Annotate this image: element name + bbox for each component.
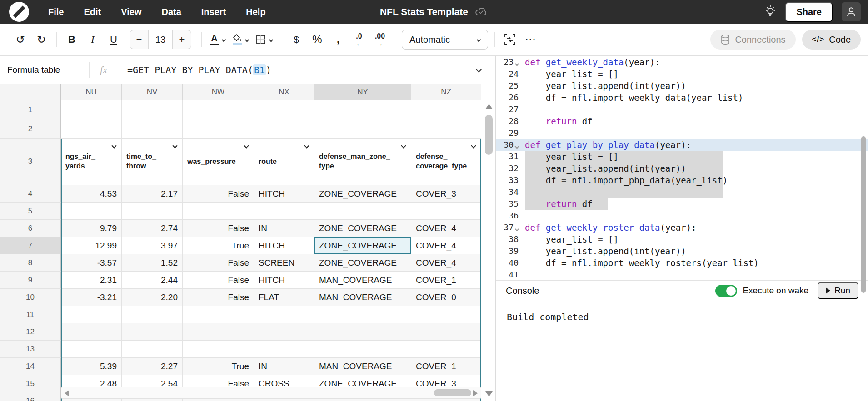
cell-NX2[interactable] <box>254 119 314 139</box>
cell-NY4[interactable]: ZONE_COVERAGE <box>314 185 411 203</box>
row-header-1[interactable]: 1 <box>0 100 61 119</box>
cell-NU14[interactable]: 5.39 <box>61 358 122 375</box>
text-color-dropdown-icon[interactable] <box>222 37 226 42</box>
table-column-header-was_pressure[interactable]: was_​pressure <box>183 139 254 185</box>
cell-NV6[interactable]: 2.74 <box>122 220 183 237</box>
code-scrollbar-thumb[interactable] <box>861 136 866 293</box>
cell-NU4[interactable]: 4.53 <box>61 185 122 203</box>
row-header-5[interactable]: 5 <box>0 203 61 220</box>
vertical-scrollbar-thumb[interactable] <box>485 115 493 155</box>
code-editor[interactable]: 23def get_weekly_data(year):24 year_list… <box>496 56 868 280</box>
row-header-8[interactable]: 8 <box>0 254 61 272</box>
column-header-ny[interactable]: NY <box>314 84 411 100</box>
column-header-nu[interactable]: NU <box>61 84 122 100</box>
column-header-nw[interactable]: NW <box>183 84 254 100</box>
cell-NZ12[interactable] <box>411 323 481 341</box>
column-header-nx[interactable]: NX <box>254 84 314 100</box>
menu-data[interactable]: Data <box>161 7 181 17</box>
increase-decimals-button[interactable]: .00→ <box>369 30 390 49</box>
cell-NX11[interactable] <box>254 306 314 323</box>
run-button[interactable]: Run <box>818 282 858 299</box>
underline-button[interactable]: U <box>103 30 124 49</box>
menu-view[interactable]: View <box>121 7 141 17</box>
font-size-decrease-button[interactable]: − <box>130 34 148 45</box>
fill-color-dropdown-icon[interactable] <box>245 37 249 42</box>
cell-NW9[interactable]: False <box>183 272 254 289</box>
code-line-29[interactable]: 29 <box>496 127 868 139</box>
code-line-24[interactable]: 24 year_list = [] <box>496 68 868 80</box>
cell-NZ13[interactable] <box>411 341 481 358</box>
comma-format-button[interactable]: , <box>328 30 349 49</box>
formula-input[interactable]: =GET_PLAY_BY_PLAY_DATA(B1) <box>118 64 271 75</box>
cell-NU9[interactable]: 2.31 <box>61 272 122 289</box>
code-line-36[interactable]: 36 <box>496 210 868 222</box>
cell-NV9[interactable]: 2.44 <box>122 272 183 289</box>
cell-NX13[interactable] <box>254 341 314 358</box>
cell-NX6[interactable]: IN <box>254 220 314 237</box>
cell-NZ14[interactable]: COVER_1 <box>411 358 481 375</box>
code-line-30[interactable]: 30def get_play_by_play_data(year): <box>496 139 868 151</box>
row-header-16[interactable]: 16 <box>0 392 61 401</box>
cell-NY1[interactable] <box>314 100 411 119</box>
column-dropdown-icon[interactable] <box>244 143 249 148</box>
table-column-header-route[interactable]: route <box>254 139 314 185</box>
cell-NZ9[interactable]: COVER_1 <box>411 272 481 289</box>
code-line-23[interactable]: 23def get_weekly_data(year): <box>496 56 868 68</box>
row-header-12[interactable]: 12 <box>0 323 61 341</box>
cell-NW11[interactable] <box>183 306 254 323</box>
cell-NZ4[interactable]: COVER_3 <box>411 185 481 203</box>
row-header-13[interactable]: 13 <box>0 341 61 358</box>
code-line-34[interactable]: 34 <box>496 186 868 198</box>
menu-insert[interactable]: Insert <box>201 7 226 17</box>
number-format-select[interactable]: Automatic <box>402 30 488 50</box>
font-size-value[interactable]: 13 <box>148 30 173 49</box>
code-line-26[interactable]: 26 df = nfl.import_weekly_data(year_list… <box>496 92 868 104</box>
cell-NY11[interactable] <box>314 306 411 323</box>
row-header-14[interactable]: 14 <box>0 358 61 375</box>
cell-NW14[interactable]: True <box>183 358 254 375</box>
percent-format-button[interactable]: % <box>307 30 328 49</box>
cell-NX4[interactable]: HITCH <box>254 185 314 203</box>
cell-NU8[interactable]: -3.57 <box>61 254 122 272</box>
column-dropdown-icon[interactable] <box>471 143 476 148</box>
file-title[interactable]: NFL Stats Template <box>380 6 468 17</box>
code-line-33[interactable]: 33 df = nfl.import_pbp_data(year_list) <box>496 174 868 186</box>
user-avatar[interactable] <box>842 2 861 21</box>
scroll-down-arrow[interactable] <box>485 391 493 396</box>
scroll-right-arrow[interactable] <box>473 390 478 396</box>
code-line-38[interactable]: 38 year_list = [] <box>496 233 868 245</box>
cell-NW6[interactable]: False <box>183 220 254 237</box>
code-panel-button[interactable]: </> Code <box>802 30 861 50</box>
cell-NY10[interactable]: MAN_COVERAGE <box>314 289 411 306</box>
horizontal-scrollbar-thumb[interactable] <box>434 389 471 396</box>
fold-chevron-icon[interactable] <box>515 62 519 66</box>
cell-NY8[interactable]: ZONE_COVERAGE <box>314 254 411 272</box>
cell-NX5[interactable] <box>254 203 314 220</box>
cell-NX14[interactable]: IN <box>254 358 314 375</box>
connections-button[interactable]: Connections <box>710 30 795 50</box>
cell-NW5[interactable] <box>183 203 254 220</box>
cell-NZ8[interactable]: COVER_4 <box>411 254 481 272</box>
table-column-header-ngs_air_yards[interactable]: ngs_​air_​yards <box>61 139 122 185</box>
scroll-left-arrow[interactable] <box>65 390 69 396</box>
cell-NV8[interactable]: 1.52 <box>122 254 183 272</box>
borders-dropdown-icon[interactable] <box>269 37 274 42</box>
cell-NY7[interactable]: ZONE_COVERAGE <box>314 237 411 254</box>
cell-NX7[interactable]: HITCH <box>254 237 314 254</box>
italic-button[interactable]: I <box>82 30 103 49</box>
cell-NV13[interactable] <box>122 341 183 358</box>
table-column-header-time_to_throw[interactable]: time_​to_​throw <box>122 139 183 185</box>
cell-NY6[interactable]: ZONE_COVERAGE <box>314 220 411 237</box>
code-line-28[interactable]: 28 return df <box>496 115 868 127</box>
row-header-4[interactable]: 4 <box>0 185 61 203</box>
cell-NW2[interactable] <box>183 119 254 139</box>
scroll-up-arrow[interactable] <box>485 104 493 109</box>
row-header-6[interactable]: 6 <box>0 220 61 237</box>
cell-NZ2[interactable] <box>411 119 481 139</box>
cell-NY5[interactable] <box>314 203 411 220</box>
fold-chevron-icon[interactable] <box>515 227 519 232</box>
code-line-35[interactable]: 35 return df <box>496 198 868 210</box>
cell-NV2[interactable] <box>122 119 183 139</box>
text-color-button[interactable]: A <box>206 30 229 49</box>
row-header-3[interactable]: 3 <box>0 139 61 185</box>
